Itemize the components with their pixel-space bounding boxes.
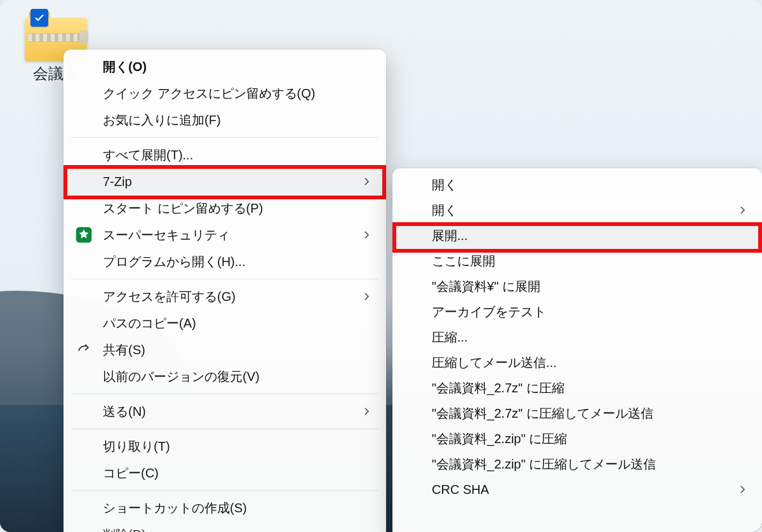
menu-label: 切り取り(T)	[103, 438, 368, 455]
menu-separator	[71, 394, 378, 394]
menu-item-create-shortcut[interactable]: ショートカットの作成(S)	[64, 495, 386, 521]
sub-item-extract[interactable]: 展開...	[392, 223, 762, 248]
menu-label: 開く(O)	[103, 58, 368, 76]
chevron-right-icon	[361, 406, 372, 417]
sub-item-test-archive[interactable]: アーカイブをテスト	[392, 299, 762, 324]
menu-item-super-security[interactable]: スーパーセキュリティ	[64, 222, 386, 248]
menu-label: アクセスを許可する(G)	[103, 288, 368, 305]
menu-label: "会議資料_2.7z" に圧縮	[432, 380, 744, 397]
menu-label: 送る(N)	[103, 403, 368, 420]
menu-label: パスのコピー(A)	[103, 315, 368, 332]
menu-label: 削除(D)	[103, 526, 368, 533]
shield-star-icon	[75, 226, 93, 244]
sub-item-compress-mail[interactable]: 圧縮してメール送信...	[392, 350, 762, 375]
menu-label: スーパーセキュリティ	[103, 227, 368, 244]
menu-label: 開く	[432, 202, 744, 219]
sub-item-compress[interactable]: 圧縮...	[392, 324, 762, 350]
context-menu-7zip-sub: 開く 開く 展開... ここに展開 "会議資料¥" に展開 アーカイブをテスト …	[392, 168, 762, 532]
sub-item-compress-zip-mail[interactable]: "会議資料_2.zip" に圧縮してメール送信	[392, 451, 762, 477]
context-menu-primary: 開く(O) クイック アクセスにピン留めする(Q) お気に入りに追加(F) すべ…	[64, 50, 386, 532]
menu-item-add-favorite[interactable]: お気に入りに追加(F)	[64, 107, 386, 133]
menu-item-grant-access[interactable]: アクセスを許可する(G)	[64, 283, 386, 310]
menu-item-restore-previous[interactable]: 以前のバージョンの復元(V)	[64, 363, 386, 390]
sub-item-compress-7z-mail[interactable]: "会議資料_2.7z" に圧縮してメール送信	[392, 401, 762, 426]
menu-separator	[71, 137, 378, 138]
sub-item-open[interactable]: 開く	[392, 172, 762, 197]
menu-separator	[71, 429, 378, 429]
menu-label: 7-Zip	[103, 175, 368, 189]
chevron-right-icon	[737, 204, 748, 216]
menu-item-pin-start[interactable]: スタート にピン留めする(P)	[64, 195, 386, 222]
menu-item-copy-path[interactable]: パスのコピー(A)	[64, 310, 386, 336]
menu-label: 圧縮してメール送信...	[432, 354, 744, 371]
sub-item-extract-here[interactable]: ここに展開	[392, 248, 762, 274]
menu-label: プログラムから開く(H)...	[103, 253, 368, 270]
menu-label: コピー(C)	[103, 465, 368, 482]
menu-label: "会議資料_2.zip" に圧縮してメール送信	[432, 456, 744, 473]
menu-label: 圧縮...	[432, 329, 744, 346]
menu-label: "会議資料_2.7z" に圧縮してメール送信	[432, 405, 744, 422]
menu-separator	[71, 490, 378, 491]
sub-item-compress-7z[interactable]: "会議資料_2.7z" に圧縮	[392, 375, 762, 401]
chevron-right-icon	[361, 176, 372, 187]
menu-label: 展開...	[432, 227, 744, 244]
menu-label: 開く	[432, 176, 744, 194]
selection-check-icon	[30, 9, 48, 27]
menu-label: CRC SHA	[432, 482, 744, 497]
menu-item-pin-quick-access[interactable]: クイック アクセスにピン留めする(Q)	[64, 80, 386, 107]
menu-label: "会議資料¥" に展開	[432, 278, 744, 295]
menu-item-cut[interactable]: 切り取り(T)	[64, 433, 386, 460]
menu-item-delete[interactable]: 削除(D)	[64, 521, 386, 532]
sub-item-extract-to-folder[interactable]: "会議資料¥" に展開	[392, 274, 762, 299]
menu-label: お気に入りに追加(F)	[103, 112, 368, 129]
sub-item-crc-sha[interactable]: CRC SHA	[392, 477, 762, 502]
chevron-right-icon	[361, 291, 372, 302]
menu-label: "会議資料_2.zip" に圧縮	[432, 430, 744, 448]
menu-label: 共有(S)	[103, 342, 368, 359]
menu-label: アーカイブをテスト	[432, 303, 744, 321]
sub-item-open-submenu[interactable]: 開く	[392, 197, 762, 223]
menu-separator	[71, 279, 378, 279]
menu-item-share[interactable]: 共有(S)	[64, 336, 386, 363]
menu-item-copy[interactable]: コピー(C)	[64, 460, 386, 486]
menu-label: ショートカットの作成(S)	[103, 500, 368, 517]
menu-label: 以前のバージョンの復元(V)	[103, 368, 368, 385]
menu-item-open-with[interactable]: プログラムから開く(H)...	[64, 248, 386, 275]
sub-item-compress-zip[interactable]: "会議資料_2.zip" に圧縮	[392, 426, 762, 451]
menu-item-send-to[interactable]: 送る(N)	[64, 398, 386, 425]
menu-label: ここに展開	[432, 253, 744, 270]
menu-item-7zip[interactable]: 7-Zip	[64, 168, 386, 195]
menu-label: スタート にピン留めする(P)	[103, 200, 368, 217]
chevron-right-icon	[737, 484, 748, 495]
menu-item-open[interactable]: 開く(O)	[64, 53, 386, 80]
menu-item-extract-all[interactable]: すべて展開(T)...	[64, 142, 386, 168]
menu-label: クイック アクセスにピン留めする(Q)	[103, 85, 368, 102]
share-icon	[75, 341, 93, 359]
chevron-right-icon	[361, 229, 372, 241]
menu-label: すべて展開(T)...	[103, 147, 368, 164]
